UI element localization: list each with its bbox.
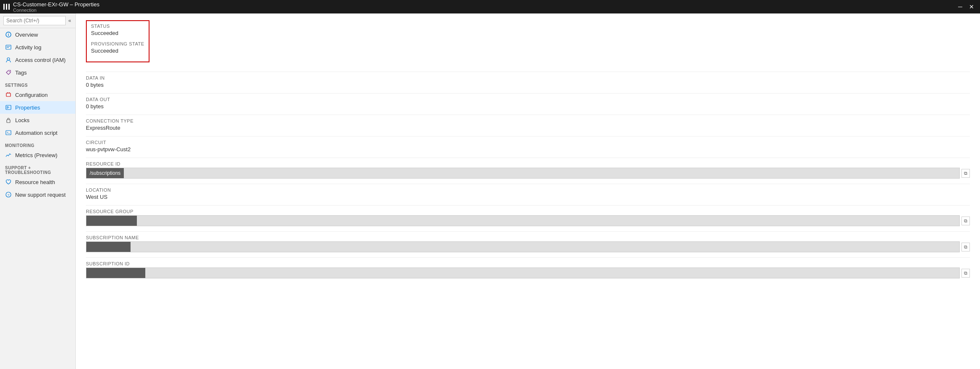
resource-id-light-part — [124, 168, 959, 178]
data-in-section: DATA IN 0 bytes — [86, 75, 970, 88]
tags-label: Tags — [15, 70, 27, 76]
svg-point-7 — [9, 71, 10, 72]
svg-rect-16 — [6, 131, 11, 135]
circuit-value: wus-pvtpvw-Cust2 — [86, 146, 970, 152]
sidebar: « Overview Activity log Access con — [0, 13, 76, 369]
window-title: CS-Customer-EXr-GW – Properties — [13, 1, 99, 8]
sidebar-search-bar: « — [0, 13, 75, 28]
resource-group-section: RESOURCE GROUP ⧉ — [86, 209, 970, 226]
svg-text:?: ? — [8, 193, 10, 197]
close-button[interactable]: ✕ — [967, 3, 977, 11]
sidebar-item-overview[interactable]: Overview — [0, 28, 75, 41]
app-icon — [3, 4, 10, 10]
location-label: LOCATION — [86, 187, 970, 193]
sidebar-item-activity-log[interactable]: Activity log — [0, 41, 75, 53]
main-container: « Overview Activity log Access con — [0, 13, 980, 369]
sidebar-item-tags[interactable]: Tags — [0, 66, 75, 79]
location-value: West US — [86, 194, 970, 200]
subscription-name-copy-button[interactable]: ⧉ — [961, 243, 970, 251]
status-value: Succeeded — [91, 30, 144, 36]
collapse-button[interactable]: « — [67, 17, 72, 24]
resource-id-label: RESOURCE ID — [86, 161, 970, 166]
provisioning-state-label: PROVISIONING STATE — [91, 41, 144, 46]
sidebar-item-new-support-request[interactable]: ? New support request — [0, 188, 75, 201]
location-section: LOCATION West US — [86, 187, 970, 200]
subscription-id-copy-button[interactable]: ⧉ — [961, 269, 970, 278]
resource-group-dark-part — [86, 216, 137, 226]
resource-id-section: RESOURCE ID /subscriptions ⧉ — [86, 161, 970, 179]
connection-type-label: CONNECTION TYPE — [86, 118, 970, 123]
subscription-id-row: ⧉ — [86, 267, 970, 278]
subscription-name-label: SUBSCRIPTION NAME — [86, 235, 970, 240]
title-bar-left: CS-Customer-EXr-GW – Properties Connecti… — [3, 1, 99, 13]
access-control-label: Access control (IAM) — [15, 57, 66, 63]
properties-content: STATUS Succeeded PROVISIONING STATE Succ… — [76, 13, 980, 369]
resource-id-copy-button[interactable]: ⧉ — [961, 169, 970, 178]
divider-6 — [86, 184, 970, 184]
data-out-value: 0 bytes — [86, 103, 970, 110]
configuration-label: Configuration — [15, 92, 48, 98]
circuit-section: CIRCUIT wus-pvtpvw-Cust2 — [86, 140, 970, 152]
divider-5 — [86, 158, 970, 158]
svg-rect-8 — [6, 93, 11, 96]
resource-group-row: ⧉ — [86, 215, 970, 226]
metrics-icon — [5, 152, 12, 158]
svg-rect-15 — [7, 120, 10, 123]
resource-id-row: /subscriptions ⧉ — [86, 168, 970, 179]
divider-1 — [86, 72, 970, 72]
data-in-value: 0 bytes — [86, 82, 970, 88]
divider-8 — [86, 231, 970, 232]
new-support-request-icon: ? — [5, 191, 12, 198]
sidebar-item-metrics[interactable]: Metrics (Preview) — [0, 149, 75, 161]
data-out-label: DATA OUT — [86, 97, 970, 102]
sidebar-nav: Overview Activity log Access control (IA… — [0, 28, 75, 369]
data-in-label: DATA IN — [86, 75, 970, 80]
divider-9 — [86, 257, 970, 258]
window-subtitle: Connection — [13, 8, 99, 13]
sidebar-item-locks[interactable]: Locks — [0, 114, 75, 126]
sidebar-item-automation-script[interactable]: Automation script — [0, 126, 75, 139]
metrics-label: Metrics (Preview) — [15, 152, 57, 158]
resource-group-light-part — [137, 216, 959, 226]
data-out-section: DATA OUT 0 bytes — [86, 97, 970, 110]
status-section: STATUS Succeeded — [91, 24, 144, 36]
activity-log-icon — [5, 44, 12, 51]
subscription-id-dark-part — [86, 268, 145, 278]
resource-id-dark-part: /subscriptions — [86, 168, 124, 178]
status-label: STATUS — [91, 24, 144, 29]
properties-icon — [5, 104, 12, 111]
title-bar-content: CS-Customer-EXr-GW – Properties Connecti… — [13, 1, 99, 13]
resource-health-label: Resource health — [15, 179, 55, 185]
divider-7 — [86, 205, 970, 206]
sidebar-item-configuration[interactable]: Configuration — [0, 88, 75, 101]
connection-type-section: CONNECTION TYPE ExpressRoute — [86, 118, 970, 131]
locks-label: Locks — [15, 117, 29, 123]
provisioning-state-value: Succeeded — [91, 48, 144, 54]
subscription-name-row: ⧉ — [86, 241, 970, 252]
sidebar-item-resource-health[interactable]: Resource health — [0, 176, 75, 188]
settings-section-label: SETTINGS — [0, 79, 75, 88]
search-input[interactable] — [3, 16, 66, 25]
title-bar: CS-Customer-EXr-GW – Properties Connecti… — [0, 0, 980, 13]
new-support-request-label: New support request — [15, 192, 66, 198]
divider-2 — [86, 93, 970, 94]
sidebar-item-access-control[interactable]: Access control (IAM) — [0, 53, 75, 66]
minimize-button[interactable]: ─ — [956, 3, 965, 11]
subscription-name-light-part — [131, 242, 959, 252]
status-highlight-box: STATUS Succeeded PROVISIONING STATE Succ… — [86, 20, 150, 62]
automation-script-icon — [5, 129, 12, 136]
access-control-icon — [5, 56, 12, 63]
resource-group-copy-button[interactable]: ⧉ — [961, 217, 970, 225]
monitoring-section-label: MONITORING — [0, 139, 75, 149]
tags-icon — [5, 69, 12, 76]
automation-script-label: Automation script — [15, 130, 57, 136]
divider-3 — [86, 115, 970, 115]
subscription-id-light-part — [145, 268, 959, 278]
overview-label: Overview — [15, 32, 38, 38]
svg-point-6 — [7, 58, 10, 60]
sidebar-item-properties[interactable]: Properties — [0, 101, 75, 114]
svg-point-2 — [8, 33, 9, 34]
connection-type-value: ExpressRoute — [86, 125, 970, 131]
window-controls: ─ ✕ — [956, 3, 977, 11]
provisioning-state-section: PROVISIONING STATE Succeeded — [91, 41, 144, 54]
